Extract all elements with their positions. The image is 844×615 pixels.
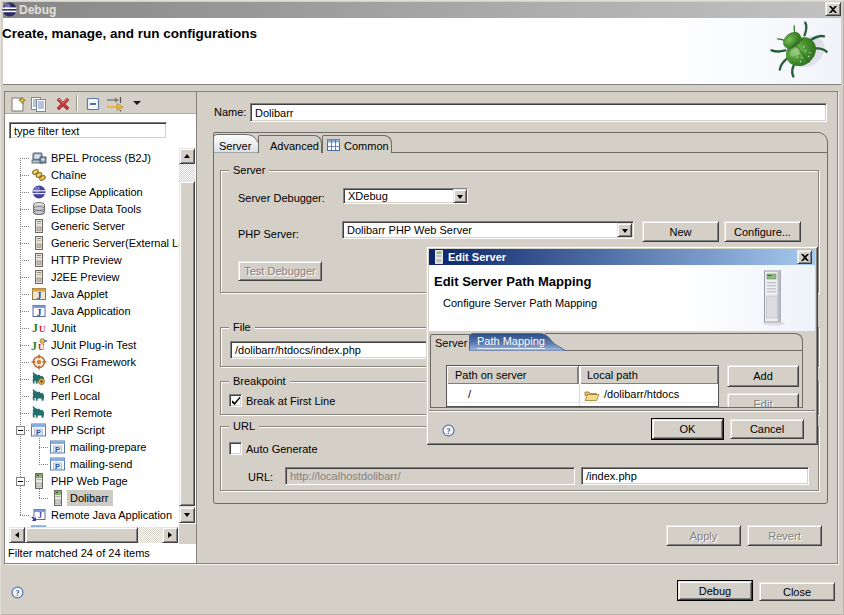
svg-text:J: J <box>37 290 42 301</box>
svg-text:?: ? <box>15 589 19 598</box>
svg-text:P: P <box>55 445 60 454</box>
svg-text:P: P <box>55 462 60 471</box>
svg-text:U: U <box>39 324 46 334</box>
svg-text:J: J <box>32 321 38 335</box>
svg-text:P: P <box>36 428 41 437</box>
svg-text:J: J <box>38 511 42 520</box>
svg-text:J: J <box>37 307 42 318</box>
svg-text:J: J <box>31 339 37 353</box>
svg-text:?: ? <box>446 427 450 436</box>
